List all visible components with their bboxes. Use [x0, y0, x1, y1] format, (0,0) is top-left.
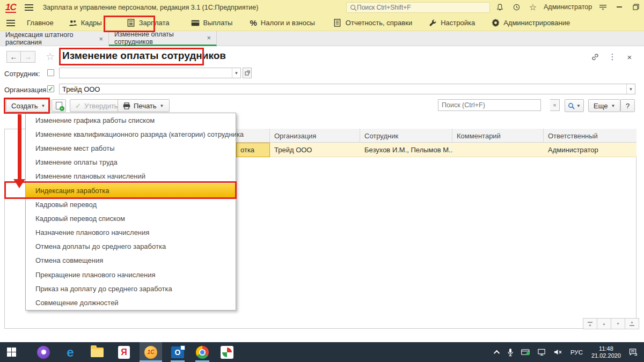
more-kebab-icon[interactable]: ⋮	[608, 52, 617, 62]
menu-item-earnings-indexation[interactable]: Индексация заработка	[26, 183, 236, 197]
service-menu-icon[interactable]	[597, 2, 609, 12]
more-button[interactable]: Еще ▼	[588, 99, 620, 112]
help-button[interactable]: ?	[620, 99, 635, 112]
create-button[interactable]: Создать ▼	[6, 99, 50, 112]
copy-button[interactable]: +	[52, 99, 66, 112]
taskbar-yandex[interactable]: Я	[113, 342, 135, 362]
menu-item-order-average-pay-supplement[interactable]: Приказ на доплату до среднего заработка	[26, 282, 236, 295]
employee-filter-checkbox[interactable]	[47, 69, 54, 76]
main-menu-hamburger-icon[interactable]	[25, 4, 33, 11]
volume-muted-icon[interactable]	[554, 349, 562, 356]
menu-item-cancel-average-pay-supplement[interactable]: Отмена доплаты до среднего заработка	[26, 240, 236, 254]
close-form-icon[interactable]: ×	[625, 52, 634, 62]
menu-item-administration[interactable]: Администрирование	[491, 19, 570, 27]
minimize-button[interactable]	[613, 2, 625, 12]
language-indicator[interactable]: РУС	[570, 349, 583, 356]
clear-search-button[interactable]: ×	[550, 99, 560, 111]
tab-pay-change[interactable]: Изменение оплаты сотрудников ×	[109, 31, 217, 46]
taskbar-1c[interactable]: 1С	[140, 342, 162, 362]
wrench-icon	[428, 19, 437, 27]
date: 21.02.2020	[591, 352, 621, 359]
go-up-button[interactable]: ▲	[597, 318, 611, 329]
back-button[interactable]: ←	[6, 51, 21, 63]
menu-item-salary[interactable]: Зарплата	[123, 19, 173, 27]
advanced-search-button[interactable]: ▼	[565, 99, 584, 112]
start-button[interactable]	[0, 342, 23, 362]
people-icon	[69, 19, 77, 27]
taskbar-outlook[interactable]: O	[166, 342, 189, 362]
pinwheel-icon	[221, 346, 233, 359]
column-comment[interactable]: Комментарий	[452, 129, 544, 143]
current-user[interactable]: Администратор	[544, 3, 592, 11]
menu-item-personnel-transfer-list[interactable]: Кадровый перевод списком	[26, 211, 236, 225]
network-display-icon[interactable]	[538, 349, 546, 356]
clock[interactable]: 11:48 21.02.2020	[591, 345, 621, 359]
organization-dropdown-icon[interactable]: ▼	[626, 84, 635, 94]
taskbar-app-pinwheel[interactable]	[216, 342, 238, 362]
print-button[interactable]: Печать ▼	[118, 99, 170, 112]
menu-item-planned-accruals-change[interactable]: Изменение плановых начислений	[26, 169, 236, 183]
menu-item-workplace-change[interactable]: Изменение мест работы	[26, 141, 236, 155]
column-organization[interactable]: Организация	[270, 129, 360, 143]
notification-center-icon[interactable]	[629, 348, 638, 356]
organization-filter-checkbox[interactable]: ✓	[47, 85, 54, 92]
employee-open-button[interactable]	[243, 68, 252, 78]
go-last-button[interactable]: ▼	[625, 318, 639, 329]
tray-expand-chevron-icon[interactable]	[495, 350, 500, 354]
favorites-star-icon[interactable]: ☆	[527, 2, 539, 12]
global-search-input[interactable]	[357, 4, 480, 11]
annotation-arrow-line	[18, 114, 21, 180]
menu-item-cancel-combination[interactable]: Отмена совмещения	[26, 254, 236, 268]
menu-item-assign-planned-accrual[interactable]: Назначение планового начисления	[26, 226, 236, 240]
cell-employee[interactable]: Безухов И.М., Пелымов М...	[360, 143, 452, 157]
taskbar-explorer[interactable]	[86, 342, 108, 362]
create-dropdown-menu: Изменение графика работы списком Изменен…	[25, 113, 236, 311]
forward-button[interactable]: →	[21, 51, 35, 63]
1c-app-icon: 1С	[144, 346, 157, 359]
go-down-button[interactable]: ▼	[611, 318, 625, 329]
taskbar-edge[interactable]: e	[59, 342, 82, 362]
menu-item-position-combination[interactable]: Совмещение должностей	[26, 295, 236, 309]
global-search-box[interactable]	[346, 2, 490, 13]
cell-organization[interactable]: Трейд ООО	[270, 143, 360, 157]
menu-item-personnel[interactable]: Кадры	[69, 19, 102, 27]
cell-responsible[interactable]: Администратор	[544, 143, 636, 157]
notifications-bell-icon[interactable]	[494, 2, 506, 12]
cell-document-fragment[interactable]: отка	[236, 143, 270, 157]
menu-item-qualification-change[interactable]: Изменение квалификационного разряда (кат…	[26, 127, 236, 141]
wallet-status-icon[interactable]	[521, 349, 530, 356]
get-link-icon[interactable]	[590, 52, 600, 62]
go-first-button[interactable]: ▲	[583, 318, 597, 329]
list-search-input[interactable]	[438, 101, 540, 109]
sections-hamburger-icon[interactable]	[6, 20, 15, 26]
menu-item-payments[interactable]: Выплаты	[191, 19, 233, 27]
tab-staff-indexation[interactable]: Индексация штатного расписания ×	[0, 31, 109, 46]
table-row[interactable]: отка Трейд ООО Безухов И.М., Пелымов М..…	[236, 143, 636, 157]
employee-input[interactable]	[60, 68, 232, 78]
taskbar-chrome[interactable]	[191, 342, 214, 362]
microphone-icon[interactable]	[507, 348, 514, 357]
page-title: Изменение оплаты сотрудников	[62, 50, 226, 62]
approve-button[interactable]: ✓ Утвердить	[70, 99, 123, 112]
add-favorite-star-icon[interactable]: ☆	[46, 50, 55, 63]
organization-combobox: ▼	[59, 84, 635, 94]
column-employee[interactable]: Сотрудник	[360, 129, 452, 143]
cell-comment[interactable]	[452, 143, 544, 157]
tab-close-icon[interactable]: ×	[207, 34, 211, 42]
menu-item-settings[interactable]: Настройка	[428, 19, 475, 27]
menu-item-pay-change[interactable]: Изменение оплаты труда	[26, 156, 236, 169]
employee-dropdown-icon[interactable]: ▼	[232, 68, 240, 78]
menu-item-main[interactable]: Главное	[27, 19, 54, 27]
menu-item-stop-planned-accrual[interactable]: Прекращение планового начисления	[26, 268, 236, 282]
organization-input[interactable]	[60, 84, 626, 94]
history-icon[interactable]	[510, 2, 522, 12]
menu-item-schedule-change-list[interactable]: Изменение графика работы списком	[26, 113, 236, 127]
tab-close-icon[interactable]: ×	[99, 35, 103, 43]
menu-item-personnel-transfer[interactable]: Кадровый перевод	[26, 197, 236, 211]
column-responsible[interactable]: Ответственный	[544, 129, 636, 143]
menu-item-taxes[interactable]: % Налоги и взносы	[250, 18, 314, 27]
restore-button[interactable]	[630, 2, 642, 12]
taskbar-alice[interactable]	[32, 342, 55, 362]
list-search-box[interactable]	[438, 99, 541, 111]
menu-item-reports[interactable]: Отчетность, справки	[333, 19, 412, 27]
